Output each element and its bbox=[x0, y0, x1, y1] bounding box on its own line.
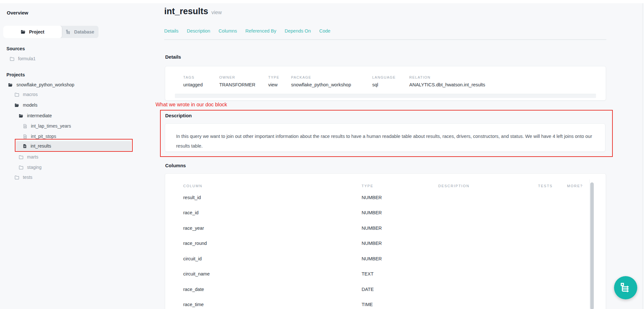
column-type: DATE bbox=[362, 287, 438, 292]
details-value-relation: ANALYTICS.dbt_hwatson.int_results bbox=[409, 82, 596, 87]
tab-code[interactable]: Code bbox=[319, 28, 330, 34]
table-row[interactable]: circuit_name TEXT bbox=[183, 266, 586, 282]
column-type: NUMBER bbox=[362, 210, 438, 215]
details-value-owner: TRANSFORMER bbox=[219, 82, 268, 87]
window-edge bbox=[642, 3, 643, 309]
table-row[interactable]: race_time TIME bbox=[183, 297, 586, 309]
column-name: race_date bbox=[183, 287, 362, 292]
column-type: TEXT bbox=[362, 271, 438, 276]
toggle-project-label: Project bbox=[29, 29, 44, 34]
tab-depends-on[interactable]: Depends On bbox=[285, 28, 311, 34]
sidebar-item-macros[interactable]: macros bbox=[14, 90, 38, 99]
details-value-package: snowflake_python_workshop bbox=[291, 82, 372, 87]
lineage-graph-fab[interactable] bbox=[614, 276, 637, 299]
toggle-database[interactable]: Database bbox=[62, 26, 99, 38]
column-name: result_id bbox=[183, 195, 362, 200]
project-database-toggle: Project Database bbox=[3, 26, 99, 38]
details-labels-row: TAGS OWNER TYPE PACKAGE LANGUAGE RELATIO… bbox=[183, 75, 596, 79]
columns-table-header: COLUMN TYPE DESCRIPTION TESTS MORE? bbox=[183, 174, 586, 190]
annotation-text: What we wrote in our doc block bbox=[156, 102, 227, 108]
table-row[interactable]: result_id NUMBER bbox=[183, 190, 586, 205]
details-value-tags: untagged bbox=[183, 82, 219, 87]
folder-closed-icon bbox=[14, 175, 19, 180]
details-label: TAGS bbox=[183, 75, 219, 79]
sources-header: Sources bbox=[6, 46, 25, 51]
column-type: NUMBER bbox=[362, 241, 438, 246]
header-column: COLUMN bbox=[183, 184, 362, 190]
scrollbar-thumb[interactable] bbox=[590, 182, 594, 309]
column-name: circuit_id bbox=[183, 256, 362, 261]
annotation-red-box-description bbox=[160, 110, 613, 157]
details-label: OWNER bbox=[219, 75, 268, 79]
sidebar-item-staging[interactable]: staging bbox=[19, 162, 42, 172]
page-title: int_resultsview bbox=[164, 6, 222, 16]
folder-icon bbox=[21, 29, 26, 34]
header-type: TYPE bbox=[362, 184, 438, 190]
table-row[interactable]: race_year NUMBER bbox=[183, 220, 586, 236]
header-tests: TESTS bbox=[538, 184, 567, 190]
folder-closed-icon bbox=[14, 92, 19, 97]
column-name: race_time bbox=[183, 302, 362, 307]
details-value-type: view bbox=[268, 82, 291, 87]
annotation-red-box-sidebar bbox=[15, 139, 133, 152]
details-label: PACKAGE bbox=[291, 75, 372, 79]
tab-columns[interactable]: Columns bbox=[219, 28, 237, 34]
file-icon bbox=[23, 124, 27, 129]
column-name: race_year bbox=[183, 226, 362, 231]
overview-heading: Overview bbox=[7, 10, 28, 15]
folder-open-icon bbox=[14, 103, 19, 108]
column-type: NUMBER bbox=[362, 226, 438, 231]
sidebar-item-intermediate[interactable]: intermediate bbox=[19, 111, 52, 121]
details-heading: Details bbox=[165, 54, 181, 60]
folder-closed-icon bbox=[19, 155, 24, 159]
details-label: LANGUAGE bbox=[372, 75, 409, 79]
sidebar-item-int-lap-times-years[interactable]: int_lap_times_years bbox=[23, 121, 71, 131]
details-card: TAGS OWNER TYPE PACKAGE LANGUAGE RELATIO… bbox=[165, 66, 606, 101]
details-value-language: sql bbox=[372, 82, 409, 87]
folder-closed-icon bbox=[10, 56, 14, 61]
toggle-project[interactable]: Project bbox=[3, 26, 62, 38]
column-type: NUMBER bbox=[362, 256, 438, 261]
sidebar-item-marts[interactable]: marts bbox=[19, 152, 38, 162]
columns-card: COLUMN TYPE DESCRIPTION TESTS MORE? resu… bbox=[165, 173, 606, 309]
lineage-tree-icon bbox=[620, 283, 631, 293]
file-icon bbox=[23, 134, 27, 139]
materialization-badge: view bbox=[212, 10, 222, 15]
table-row[interactable]: race_date DATE bbox=[183, 282, 586, 297]
divider bbox=[164, 39, 606, 40]
column-name: race_round bbox=[183, 241, 362, 246]
folder-open-icon bbox=[19, 113, 24, 118]
tab-description[interactable]: Description bbox=[187, 28, 210, 34]
scrollbar-track bbox=[589, 179, 590, 309]
details-label: RELATION bbox=[409, 75, 596, 79]
sidebar-item-models[interactable]: models bbox=[14, 100, 37, 110]
tab-details[interactable]: Details bbox=[164, 28, 178, 34]
toggle-database-label: Database bbox=[74, 29, 94, 34]
details-label: TYPE bbox=[268, 75, 291, 79]
table-row[interactable]: circuit_id NUMBER bbox=[183, 251, 586, 266]
column-name: race_id bbox=[183, 210, 362, 215]
header-more: MORE? bbox=[567, 184, 586, 190]
app-canvas: Overview Project Database Sources formul… bbox=[0, 3, 644, 309]
columns-heading: Columns bbox=[165, 163, 186, 168]
column-type: TIME bbox=[362, 302, 438, 307]
folder-open-icon bbox=[8, 82, 13, 87]
details-values-row: untagged TRANSFORMER view snowflake_pyth… bbox=[183, 79, 596, 87]
tab-referenced-by[interactable]: Referenced By bbox=[245, 28, 276, 34]
folder-closed-icon bbox=[19, 165, 24, 170]
table-row[interactable]: race_id NUMBER bbox=[183, 205, 586, 221]
table-row[interactable]: race_round NUMBER bbox=[183, 236, 586, 251]
details-footer-stripe bbox=[175, 94, 596, 98]
sidebar-item-tests[interactable]: tests bbox=[14, 172, 33, 182]
column-name: circuit_name bbox=[183, 271, 362, 276]
projects-header: Projects bbox=[6, 72, 25, 77]
sidebar-item-formula1[interactable]: formula1 bbox=[10, 54, 35, 63]
section-nav: Details Description Columns Referenced B… bbox=[164, 28, 330, 34]
column-type: NUMBER bbox=[362, 195, 438, 200]
lineage-tree-icon bbox=[66, 30, 71, 34]
sidebar-item-snowflake-python-workshop[interactable]: snowflake_python_workshop bbox=[8, 80, 74, 90]
model-name: int_results bbox=[164, 6, 208, 16]
header-description: DESCRIPTION bbox=[438, 184, 538, 190]
